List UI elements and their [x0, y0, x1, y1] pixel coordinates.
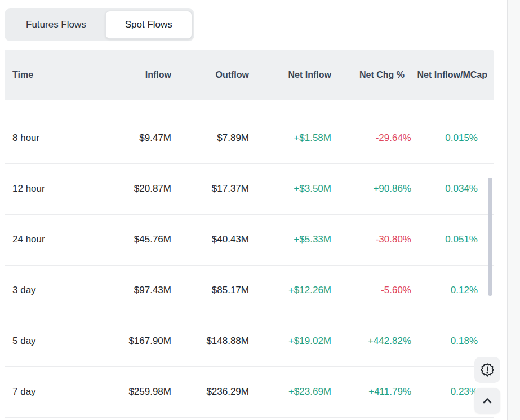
badge-alert-icon	[480, 362, 495, 377]
flows-tab-switcher: Futures Flows Spot Flows	[5, 8, 194, 41]
cell-net-inflow-mcap: 0.015%	[411, 113, 494, 163]
cell-net-chg: +90.86%	[331, 163, 411, 214]
table-row[interactable]: 7 day $259.98M $236.29M +$23.69M +411.79…	[5, 366, 494, 417]
spot-flows-table: Time Inflow Outflow Net Inflow Net Chg %…	[5, 50, 494, 418]
column-header-outflow: Outflow	[171, 50, 249, 100]
cell-time: 12 hour	[5, 163, 110, 214]
page-scrollbar-track[interactable]	[507, 0, 520, 420]
table-row[interactable]: 12 hour $20.87M $17.37M +$3.50M +90.86% …	[5, 163, 494, 214]
cell-net-chg: +442.82%	[331, 316, 411, 366]
tab-futures-flows[interactable]: Futures Flows	[7, 11, 105, 39]
cell-outflow: $17.37M	[171, 163, 249, 214]
table-row[interactable]: 8 hour $9.47M $7.89M +$1.58M -29.64% 0.0…	[5, 113, 494, 163]
column-header-net-inflow: Net Inflow	[249, 50, 331, 100]
cell-outflow: $40.43M	[171, 214, 249, 265]
cell-net-inflow-mcap: 0.051%	[411, 214, 494, 265]
cell-net-chg: -29.64%	[331, 113, 411, 163]
cell-inflow: $9.47M	[110, 113, 171, 163]
cell-inflow: $20.87M	[110, 163, 171, 214]
cell-outflow: $236.29M	[171, 366, 249, 417]
cell-net-chg: -5.60%	[331, 265, 411, 316]
table-header: Time Inflow Outflow Net Inflow Net Chg %…	[5, 50, 494, 100]
cell-inflow: $97.43M	[110, 265, 171, 316]
table-row[interactable]: 5 day $167.90M $148.88M +$19.02M +442.82…	[5, 316, 494, 366]
cell-time: 24 hour	[5, 214, 110, 265]
table-row[interactable]: 24 hour $45.76M $40.43M +$5.33M -30.80% …	[5, 214, 494, 265]
column-header-net-inflow-mcap: Net Inflow/MCap	[411, 50, 494, 100]
cell-time: 3 day	[5, 265, 110, 316]
tab-spot-flows[interactable]: Spot Flows	[105, 11, 192, 39]
flows-table: Time Inflow Outflow Net Inflow Net Chg %…	[5, 50, 494, 418]
cell-inflow: $45.76M	[110, 214, 171, 265]
chevron-up-icon	[481, 394, 494, 408]
cell-net-inflow: +$3.50M	[249, 163, 331, 214]
cell-net-inflow-mcap: 0.034%	[411, 163, 494, 214]
cell-net-inflow: +$23.69M	[249, 366, 331, 417]
cell-inflow: $167.90M	[110, 316, 171, 366]
cell-net-inflow: +$1.58M	[249, 113, 331, 163]
cell-outflow: $148.88M	[171, 316, 249, 366]
cell-net-chg: +411.79%	[331, 366, 411, 417]
cell-outflow: $85.17M	[171, 265, 249, 316]
cell-time: 8 hour	[5, 113, 110, 163]
cell-net-inflow: +$5.33M	[249, 214, 331, 265]
scroll-to-top-button[interactable]	[474, 388, 500, 414]
table-scrollbar-thumb[interactable]	[488, 178, 492, 296]
cell-outflow: $7.89M	[171, 113, 249, 163]
cell-inflow: $259.98M	[110, 366, 171, 417]
column-header-inflow: Inflow	[110, 50, 171, 100]
cell-time: 5 day	[5, 316, 110, 366]
cell-net-inflow: +$19.02M	[249, 316, 331, 366]
badge-alert-button[interactable]	[474, 357, 500, 383]
cell-net-chg: -30.80%	[331, 214, 411, 265]
column-header-time: Time	[5, 50, 110, 100]
cell-net-inflow: +$12.26M	[249, 265, 331, 316]
cell-net-inflow-mcap: 0.12%	[411, 265, 494, 316]
cell-time: 7 day	[5, 366, 110, 417]
table-row[interactable]: 3 day $97.43M $85.17M +$12.26M -5.60% 0.…	[5, 265, 494, 316]
clipped-row-spacer	[5, 100, 494, 113]
column-header-net-chg: Net Chg %	[331, 50, 411, 100]
